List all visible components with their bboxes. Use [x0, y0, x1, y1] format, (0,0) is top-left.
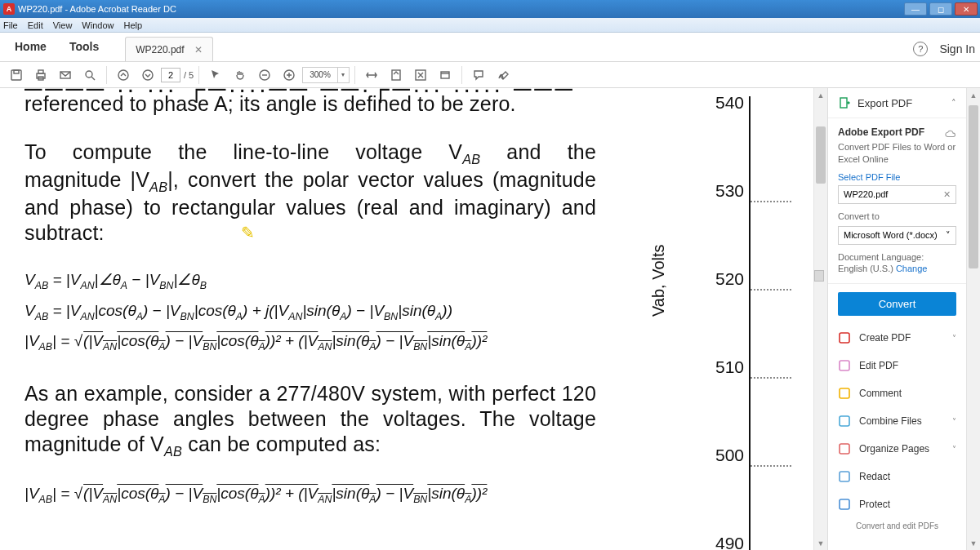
chart-tick: 530 [715, 181, 744, 201]
convert-target-label: Microsoft Word (*.docx) [844, 230, 938, 240]
export-pdf-label: Export PDF [858, 97, 912, 109]
doc-paragraph-1: To compute the line-to-line voltage VAB … [24, 140, 596, 246]
fullscreen-icon[interactable] [409, 64, 432, 86]
menu-file[interactable]: File [3, 20, 18, 30]
convert-button[interactable]: Convert [838, 292, 956, 316]
chart-axis [749, 96, 751, 550]
hand-tool-icon[interactable] [229, 64, 252, 86]
tool-item-redact[interactable]: Redact [828, 463, 966, 490]
chart-tick: 490 [715, 534, 744, 550]
svg-rect-20 [840, 472, 849, 481]
clear-file-icon[interactable]: ✕ [943, 189, 951, 200]
page-total-label: / 5 [184, 70, 194, 80]
tool-label: Protect [859, 499, 890, 510]
sign-in-link[interactable]: Sign In [939, 42, 975, 55]
svg-rect-18 [840, 416, 849, 426]
chevron-down-icon: ˅ [946, 230, 951, 241]
chart-tick: 510 [715, 357, 744, 377]
pencil-annotation-icon[interactable]: ✎ [241, 224, 255, 242]
menu-view[interactable]: View [53, 20, 73, 30]
menu-window[interactable]: Window [82, 20, 114, 30]
menu-help[interactable]: Help [123, 20, 142, 30]
search-icon[interactable] [78, 64, 101, 86]
export-pdf-header[interactable]: Export PDF ˄ [828, 88, 966, 118]
doc-paragraph-2: As an example, consider a 277/480V syste… [24, 381, 596, 459]
svg-rect-13 [441, 72, 449, 78]
page-up-icon[interactable] [112, 64, 135, 86]
tool-item-edit-pdf[interactable]: Edit PDF [828, 352, 966, 379]
menu-edit[interactable]: Edit [28, 20, 43, 30]
selected-file-box[interactable]: WP220.pdf ✕ [838, 185, 956, 204]
zoom-out-icon[interactable] [253, 64, 276, 86]
fit-width-icon[interactable] [360, 64, 383, 86]
email-icon[interactable] [54, 64, 77, 86]
save-icon[interactable] [5, 64, 28, 86]
tool-item-protect[interactable]: Protect [828, 490, 966, 518]
read-mode-icon[interactable] [434, 64, 457, 86]
scroll-split-handle[interactable] [814, 270, 824, 282]
fit-page-icon[interactable] [385, 64, 408, 86]
tool-item-organize-pages[interactable]: Organize Pages˅ [828, 435, 966, 463]
close-window-button[interactable]: ✕ [955, 2, 978, 16]
acrobat-app-icon: A [3, 3, 15, 15]
doc-language-value: English (U.S.) [838, 264, 893, 273]
tab-home[interactable]: Home [3, 33, 58, 61]
sign-tool-icon[interactable] [492, 64, 514, 86]
tool-item-combine-files[interactable]: Combine Files˅ [828, 407, 966, 435]
chevron-down-icon: ˅ [952, 334, 956, 343]
chart-tick: 540 [715, 93, 744, 113]
chart-y-label: Vab, Volts [649, 244, 668, 317]
scroll-up-arrow[interactable]: ▲ [814, 88, 827, 102]
minimize-button[interactable]: — [904, 2, 927, 16]
svg-rect-15 [840, 333, 849, 343]
equation-row-2: VAB = |VAN|cos(θA) − |VBN|cos(θA) + j(|V… [24, 296, 596, 326]
tool-icon [838, 442, 851, 455]
close-tab-icon[interactable]: ✕ [194, 44, 203, 55]
tool-label: Redact [859, 471, 890, 482]
tool-icon [838, 387, 851, 400]
help-icon[interactable]: ? [913, 42, 928, 56]
tool-item-create-pdf[interactable]: Create PDF˅ [828, 324, 966, 352]
document-viewport[interactable]: ──── ·· ··· ┌─····── ──·┌─··· ····· ─── … [0, 88, 827, 550]
select-tool-icon[interactable] [204, 64, 227, 86]
page-number-box: / 5 [161, 68, 194, 82]
zoom-dropdown-icon[interactable]: ▾ [337, 68, 349, 82]
scroll-down-arrow[interactable]: ▼ [814, 536, 827, 550]
right-pane-scrollbar[interactable]: ▲ ▼ [966, 88, 980, 550]
chevron-down-icon: ˅ [952, 445, 956, 454]
tool-icon [838, 415, 851, 428]
tool-icon [838, 359, 851, 372]
tool-item-comment[interactable]: Comment [828, 379, 966, 407]
document-scrollbar[interactable]: ▲ ▼ [813, 88, 827, 550]
convert-target-select[interactable]: Microsoft Word (*.docx) ˅ [838, 226, 956, 245]
adobe-export-title: Adobe Export PDF [838, 126, 924, 138]
comment-tool-icon[interactable] [467, 64, 490, 86]
svg-point-6 [86, 71, 92, 78]
select-pdf-file-link[interactable]: Select PDF File [838, 172, 956, 182]
equation-row-1: VAB = |VAN|∠θA − |VBN|∠θB [24, 265, 596, 295]
document-tab[interactable]: WP220.pdf ✕ [125, 37, 212, 61]
tab-tools[interactable]: Tools [58, 33, 110, 61]
page-current-input[interactable] [161, 68, 180, 82]
scroll-track[interactable] [814, 102, 827, 536]
change-language-link[interactable]: Change [896, 264, 928, 273]
equation-row-3: |VAB| = √(|VAN|cos(θA) − |VBN|cos(θA))² … [24, 326, 596, 357]
maximize-button[interactable]: ◻ [929, 2, 952, 16]
scroll-thumb[interactable] [816, 126, 826, 184]
zoom-in-icon[interactable] [278, 64, 301, 86]
tool-icon [838, 331, 851, 344]
cutoff-text: Convert and edit PDFs [828, 518, 966, 534]
print-icon[interactable] [29, 64, 52, 86]
page-down-icon[interactable] [136, 64, 159, 86]
svg-rect-0 [11, 70, 21, 80]
right-scroll-thumb[interactable] [969, 105, 978, 268]
tool-label: Comment [859, 388, 902, 399]
svg-rect-19 [840, 444, 849, 454]
toolbar: / 5 300% ▾ [0, 62, 980, 88]
zoom-level-label: 300% [303, 70, 337, 79]
tool-icon [838, 498, 851, 511]
zoom-level-box[interactable]: 300% ▾ [302, 67, 350, 83]
truncated-line: ──── ·· ··· ┌─····── ──·┌─··· ····· ─── … [24, 88, 596, 103]
chart-tick: 500 [715, 446, 744, 465]
tool-label: Combine Files [859, 415, 922, 427]
